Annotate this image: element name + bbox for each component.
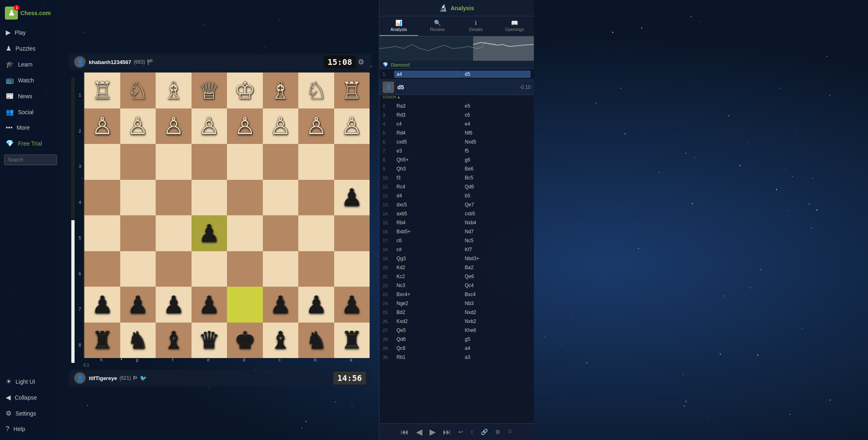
sidebar-item-learn[interactable]: 🎓 Learn [0, 56, 61, 72]
move-black[interactable]: Be6 [463, 165, 531, 172]
suggestion-move[interactable]: d5 [397, 84, 520, 91]
cell[interactable]: ♘ [298, 73, 334, 108]
cell[interactable] [156, 180, 192, 216]
move-white[interactable]: Rb1 [394, 354, 463, 361]
chess-piece[interactable]: ♟ [306, 293, 327, 316]
cell[interactable] [156, 251, 192, 287]
move-white[interactable]: Nge2 [394, 300, 463, 307]
cell[interactable] [84, 180, 120, 216]
move-white[interactable]: Qh3 [394, 165, 463, 172]
move-1-white[interactable]: a4 [394, 71, 463, 78]
cell[interactable] [156, 144, 192, 180]
move-black[interactable]: e5 [463, 102, 531, 110]
sidebar-item-free-trial[interactable]: 💎 Free Trial [0, 135, 61, 151]
move-white[interactable]: Ra3 [394, 102, 463, 110]
chess-piece[interactable]: ♜ [92, 328, 113, 352]
sidebar-item-light-ui[interactable]: ☀ Light UI [0, 374, 61, 389]
chess-piece[interactable]: ♙ [341, 114, 362, 138]
cell[interactable] [263, 180, 299, 216]
chess-piece[interactable]: ♘ [306, 79, 327, 102]
sidebar-item-settings[interactable]: ⚙ Settings [0, 405, 61, 421]
cell[interactable] [263, 144, 299, 180]
cell[interactable]: ♕ [192, 73, 227, 108]
move-black[interactable]: Nb3 [463, 300, 531, 307]
cell[interactable]: ♟ [298, 287, 334, 323]
chess-piece[interactable]: ♔ [234, 79, 256, 102]
cell[interactable] [192, 144, 227, 180]
sidebar-item-news[interactable]: 📰 News [0, 88, 61, 104]
move-white[interactable]: Qc6 [394, 345, 463, 352]
chess-piece[interactable]: ♖ [92, 79, 113, 102]
move-white[interactable]: Qd6 [394, 336, 463, 343]
move-white[interactable]: Bxb5+ [394, 228, 463, 235]
cell[interactable] [298, 215, 334, 251]
move-white[interactable]: Bd2 [394, 309, 463, 316]
cell[interactable] [192, 180, 227, 216]
move-black[interactable]: Nf6 [463, 129, 531, 137]
cell[interactable]: ♝ [263, 323, 299, 358]
chess-piece[interactable]: ♙ [270, 114, 291, 138]
move-white[interactable]: Bxc4+ [394, 291, 463, 298]
move-white[interactable]: Kd2 [394, 264, 463, 271]
sidebar-item-watch[interactable]: 📺 Watch [0, 72, 61, 88]
tab-review[interactable]: 🔍 Review [418, 16, 457, 36]
cell[interactable] [84, 251, 120, 287]
chess-piece[interactable]: ♗ [270, 79, 291, 102]
diamond-promo[interactable]: 💎 Diamond! [379, 61, 534, 69]
move-white[interactable]: Kc2 [394, 273, 463, 280]
cell[interactable]: ♞ [120, 323, 156, 358]
cell[interactable]: ♖ [84, 73, 120, 108]
move-white[interactable]: Rc4 [394, 183, 463, 190]
cell[interactable] [84, 144, 120, 180]
move-white[interactable]: Rd3 [394, 111, 463, 119]
logo-area[interactable]: ♟ 1 Chess.com [0, 3, 56, 23]
cell[interactable]: ♟ [156, 287, 192, 323]
cell[interactable] [84, 215, 120, 251]
chess-piece[interactable]: ♟ [127, 293, 148, 316]
move-black[interactable]: Ba2 [463, 264, 531, 271]
cell[interactable] [227, 215, 263, 251]
move-black[interactable]: g5 [463, 336, 531, 343]
cell[interactable]: ♔ [227, 73, 263, 108]
chess-piece[interactable]: ♖ [341, 79, 362, 102]
cell[interactable]: ♖ [334, 73, 370, 108]
cell[interactable] [120, 180, 156, 216]
move-black[interactable]: Qe7 [463, 201, 531, 208]
cell[interactable] [263, 215, 299, 251]
cell[interactable]: ♙ [298, 108, 334, 144]
cell[interactable]: ♚ [227, 323, 263, 358]
move-white[interactable]: Qh5+ [394, 156, 463, 164]
nav-undo-button[interactable]: ↩ [455, 427, 467, 437]
cell[interactable]: ♝ [156, 323, 192, 358]
chess-piece[interactable]: ♞ [127, 328, 148, 352]
move-white[interactable]: c4 [394, 120, 463, 128]
move-black[interactable]: Kf7 [463, 246, 531, 253]
cell[interactable] [227, 251, 263, 287]
cell[interactable]: ♜ [334, 323, 370, 358]
cell[interactable]: ♟ [334, 287, 370, 323]
chess-piece[interactable]: ♙ [198, 114, 220, 138]
move-black[interactable]: a4 [463, 345, 531, 352]
move-white[interactable]: Qe5 [394, 327, 463, 334]
tab-openings[interactable]: 📖 Openings [495, 16, 534, 36]
move-white[interactable]: dxc5 [394, 201, 463, 208]
chess-piece[interactable]: ♙ [234, 114, 256, 138]
nav-flip-button[interactable]: ↕ [467, 427, 477, 437]
cell[interactable] [334, 215, 370, 251]
chess-piece[interactable]: ♟ [92, 293, 113, 316]
cell[interactable] [298, 180, 334, 216]
cell[interactable]: ♟ [84, 287, 120, 323]
chess-piece[interactable]: ♞ [306, 328, 327, 352]
move-black[interactable]: Nxb2 [463, 318, 531, 325]
cell[interactable] [298, 144, 334, 180]
move-black[interactable]: Nxb4 [463, 219, 531, 226]
cell[interactable]: ♟ [120, 287, 156, 323]
move-black[interactable]: g6 [463, 156, 531, 164]
move-white[interactable]: c6 [394, 237, 463, 244]
cell[interactable] [192, 251, 227, 287]
cell[interactable]: ♞ [298, 323, 334, 358]
move-black[interactable]: Qd6 [463, 183, 531, 190]
cell[interactable] [156, 215, 192, 251]
chess-piece[interactable]: ♜ [341, 328, 362, 352]
move-black[interactable]: e4 [463, 120, 531, 128]
